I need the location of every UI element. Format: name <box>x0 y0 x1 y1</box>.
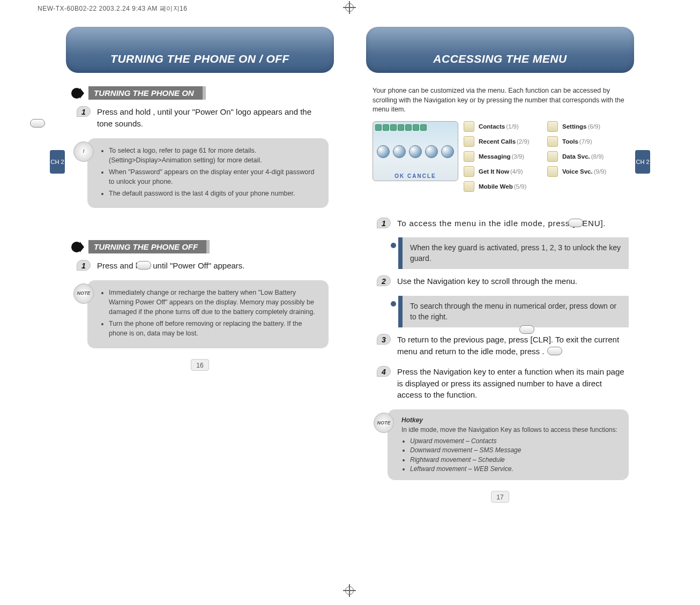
menu-item: Messaging(3/9) <box>479 153 544 160</box>
hotkey-list: Upward movement – Contacts Downward move… <box>401 437 620 474</box>
step-number: 2 <box>377 275 391 286</box>
hotkey-title: Hotkey <box>401 416 620 425</box>
hotkey-item: Upward movement – Contacts <box>410 437 620 446</box>
menu-icon <box>377 145 390 158</box>
alarm-icon <box>398 124 404 131</box>
step-3: 3 To return to the previous page, press … <box>377 334 629 357</box>
step-2: 2 Use the Navigation key to scroll throu… <box>377 275 629 287</box>
step-number: 3 <box>377 334 391 345</box>
hotkey-note: NOTE Hotkey In idle mode, move the Navig… <box>388 409 629 480</box>
menu-item-icon <box>547 136 558 147</box>
hotkey-item: Leftward movement – WEB Service. <box>410 465 620 474</box>
menu-item: Voice Svc.(9/9) <box>562 168 628 175</box>
chapter-tab-right: CH 2 <box>635 150 650 174</box>
menu-item-icon <box>547 121 558 132</box>
end-key-icon <box>547 347 562 355</box>
softkey-labels: OK CANCLE <box>373 173 458 179</box>
page-number-right: 17 <box>491 491 509 503</box>
menu-list: Contacts(1/9) Settings(6/9) Recent Calls… <box>464 121 628 192</box>
step-text: To access the menu in the idle mode, pre… <box>397 218 629 229</box>
end-key-icon <box>136 261 151 270</box>
note-item: When "Password" appears on the display e… <box>109 167 319 186</box>
menu-icon <box>409 145 422 158</box>
phone-screenshot: OK CANCLE <box>373 121 458 181</box>
hotkey-item: Rightward movement – Schedule <box>410 455 620 465</box>
status-bar <box>375 124 456 131</box>
right-page: ACCESSING THE MENU CH 2 Your phone can b… <box>350 16 650 524</box>
note-icon: NOTE <box>374 413 394 433</box>
menu-item-icon <box>464 181 474 192</box>
note-list: Immediately change or recharge the batte… <box>101 288 319 339</box>
msg-icon <box>390 124 397 131</box>
lock-icon <box>420 124 427 131</box>
step-4: 4 Press the Navigation key to enter a fu… <box>377 366 629 401</box>
step-text: Press and hold , until your "Power On" l… <box>97 106 329 130</box>
note-list: To select a logo, refer to page 61 for m… <box>101 146 319 199</box>
registration-mark-bottom <box>343 584 356 597</box>
step-number: 4 <box>377 366 391 377</box>
step-1: 1 To access the menu in the idle mode, p… <box>377 218 629 229</box>
menu-item: Get It Now(4/9) <box>479 168 544 175</box>
step-number: 1 <box>377 218 391 228</box>
callout-search: To search through the menu in numerical … <box>398 296 629 327</box>
left-banner: TURNING THE PHONE ON / OFF <box>66 27 334 73</box>
step-on-1: 1 Press and hold , until your "Power On"… <box>77 106 329 130</box>
menu-item: Contacts(1/9) <box>479 123 544 130</box>
step-number: 1 <box>77 106 91 117</box>
section-turning-on: TURNING THE PHONE ON <box>71 86 345 100</box>
softkey-icon <box>568 219 583 227</box>
menu-icon <box>441 145 454 158</box>
note-item: To select a logo, refer to page 61 for m… <box>109 146 319 165</box>
note-icon: NOTE <box>73 283 94 304</box>
menu-item-icon <box>464 151 474 162</box>
section-turning-off: TURNING THE PHONE OFF <box>71 240 345 253</box>
menu-item-icon <box>464 121 474 132</box>
source-file-header: NEW-TX-60B02-22 2003.2.24 9:43 AM 페이지16 <box>38 4 187 13</box>
step-text: To return to the previous page, press [C… <box>397 334 629 357</box>
right-banner: ACCESSING THE MENU <box>366 27 634 73</box>
hotkey-item: Downward movement – SMS Message <box>410 446 620 455</box>
note-item: The default password is the last 4 digit… <box>109 189 319 198</box>
vib-icon <box>405 124 412 131</box>
menu-item: Mobile Web(5/9) <box>479 183 628 190</box>
menu-icon-row <box>373 145 458 158</box>
softkey-icon <box>519 325 534 334</box>
menu-item: Tools(7/9) <box>562 138 628 145</box>
hotkey-intro: In idle mode, move the Navigation Key as… <box>401 425 620 435</box>
step-text: Use the Navigation key to scroll through… <box>397 275 629 287</box>
step-text: Press the Navigation key to enter a func… <box>397 366 629 401</box>
battery-icon <box>383 124 389 131</box>
end-key-icon <box>30 119 45 128</box>
menu-item-icon <box>547 151 558 162</box>
note-item: Immediately change or recharge the batte… <box>109 288 319 317</box>
signal-icon <box>375 124 382 131</box>
note-on: ! To select a logo, refer to page 61 for… <box>87 138 329 208</box>
arrow-icon <box>80 88 84 99</box>
arrow-icon <box>80 242 84 252</box>
step-number: 1 <box>77 260 91 271</box>
section-label: TURNING THE PHONE ON <box>88 86 203 100</box>
chapter-tab-left: CH 2 <box>50 150 65 174</box>
menu-item: Data Svc.(8/9) <box>562 153 628 160</box>
left-page: TURNING THE PHONE ON / OFF CH 2 TURNING … <box>50 16 350 524</box>
menu-item-icon <box>547 166 558 177</box>
step-text: Press and hold until "Power Off" appears… <box>97 260 329 272</box>
page-number-left: 16 <box>191 359 209 371</box>
menu-item-icon <box>464 166 474 177</box>
menu-item-icon <box>464 136 474 147</box>
spread: TURNING THE PHONE ON / OFF CH 2 TURNING … <box>0 0 700 524</box>
intro-text: Your phone can be customized via the men… <box>373 86 628 115</box>
menu-icon <box>393 145 406 158</box>
roam-icon <box>413 124 419 131</box>
callout-keyguard: When the key guard is activated, press 1… <box>398 237 629 269</box>
note-off: NOTE Immediately change or recharge the … <box>87 280 329 348</box>
step-off-1: 1 Press and hold until "Power Off" appea… <box>77 260 329 272</box>
menu-icon <box>425 145 438 158</box>
menu-item: Settings(6/9) <box>562 123 628 130</box>
menu-overview: OK CANCLE Contacts(1/9) Settings(6/9) Re… <box>373 121 628 192</box>
section-label: TURNING THE PHONE OFF <box>88 240 206 253</box>
note-item: Turn the phone off before removing or re… <box>109 319 319 338</box>
alert-icon: ! <box>73 141 94 162</box>
menu-item: Recent Calls(2/9) <box>479 138 544 145</box>
